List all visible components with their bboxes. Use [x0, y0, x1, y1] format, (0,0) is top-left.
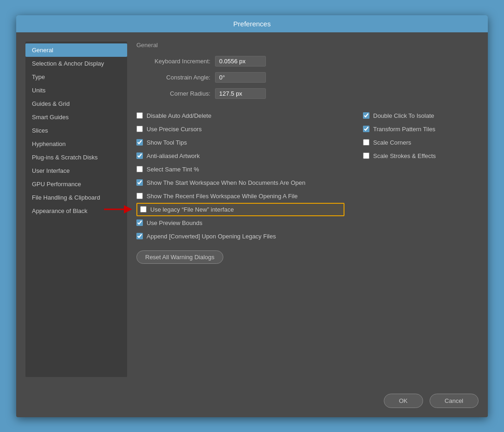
- reset-button-area: Reset All Warning Dialogs: [136, 250, 344, 264]
- red-arrow-icon: [104, 204, 132, 215]
- checkbox-double-click-isolate-input[interactable]: [363, 112, 369, 119]
- checkbox-scale-corners-input[interactable]: [363, 139, 369, 146]
- checkbox-show-tool-tips-input[interactable]: [136, 139, 143, 146]
- cancel-button[interactable]: Cancel: [430, 394, 479, 408]
- checkbox-preview-bounds: Use Preview Bounds: [136, 216, 344, 230]
- checkbox-recent-files-input[interactable]: [136, 193, 143, 199]
- ok-button[interactable]: OK: [384, 394, 423, 408]
- checkbox-disable-auto-add-input[interactable]: [136, 112, 143, 119]
- sidebar-item-units[interactable]: Units: [25, 84, 127, 97]
- checkbox-disable-auto-add: Disable Auto Add/Delete: [136, 109, 344, 122]
- dialog-title: Preferences: [16, 15, 488, 32]
- sidebar-item-user-interface[interactable]: User Interface: [25, 164, 127, 177]
- checkbox-select-same-tint: Select Same Tint %: [136, 163, 344, 176]
- checkbox-append-converted-input[interactable]: [136, 233, 143, 239]
- checkbox-transform-pattern: Transform Pattern Tiles: [363, 122, 479, 136]
- arrow-container: Use legacy “File New” interface: [136, 203, 344, 216]
- checkbox-select-same-tint-input[interactable]: [136, 166, 143, 172]
- checkbox-preview-bounds-input[interactable]: [136, 219, 143, 226]
- checkbox-scale-strokes: Scale Strokes & Effects: [363, 149, 479, 163]
- checkbox-anti-aliased-input[interactable]: [136, 152, 143, 159]
- constrain-angle-input[interactable]: [215, 72, 266, 83]
- checkbox-append-converted: Append [Converted] Upon Opening Legacy F…: [136, 230, 344, 243]
- constrain-angle-label: Constrain Angle:: [136, 74, 210, 81]
- checkbox-recent-files: Show The Recent Files Workspace While Op…: [136, 189, 344, 203]
- checkbox-scale-corners: Scale Corners: [363, 136, 479, 149]
- checkbox-precise-cursors-input[interactable]: [136, 126, 143, 132]
- constrain-angle-group: Constrain Angle:: [136, 72, 479, 83]
- reset-warning-dialogs-button[interactable]: Reset All Warning Dialogs: [136, 250, 223, 264]
- checkbox-start-workspace-input[interactable]: [136, 179, 143, 186]
- keyboard-increment-label: Keyboard Increment:: [136, 58, 210, 65]
- checkbox-legacy-file-new: Use legacy “File New” interface: [136, 203, 344, 216]
- corner-radius-input[interactable]: [215, 88, 266, 99]
- sidebar-item-hyphenation[interactable]: Hyphenation: [25, 137, 127, 151]
- section-title: General: [136, 42, 479, 49]
- corner-radius-group: Corner Radius:: [136, 88, 479, 99]
- checkbox-show-tool-tips: Show Tool Tips: [136, 136, 344, 149]
- checkboxes-right-column: Double Click To Isolate Transform Patter…: [363, 109, 479, 377]
- sidebar-item-gpu[interactable]: GPU Performance: [25, 177, 127, 191]
- preferences-dialog: Preferences General Selection & Anchor D…: [16, 15, 488, 417]
- sidebar-item-file-handling[interactable]: File Handling & Clipboard: [25, 191, 127, 204]
- sidebar-item-plugins[interactable]: Plug-ins & Scratch Disks: [25, 151, 127, 164]
- sidebar-item-general[interactable]: General: [25, 43, 127, 57]
- checkbox-transform-pattern-input[interactable]: [363, 126, 369, 132]
- checkbox-anti-aliased: Anti-aliased Artwork: [136, 149, 344, 163]
- checkboxes-left-column: Disable Auto Add/Delete Use Precise Curs…: [136, 109, 344, 377]
- sidebar-item-selection-anchor[interactable]: Selection & Anchor Display: [25, 57, 127, 70]
- dialog-buttons: OK Cancel: [16, 386, 488, 417]
- checkbox-double-click-isolate: Double Click To Isolate: [363, 109, 479, 122]
- checkbox-scale-strokes-input[interactable]: [363, 152, 369, 159]
- checkbox-legacy-file-new-input[interactable]: [140, 206, 147, 213]
- sidebar-item-smart-guides[interactable]: Smart Guides: [25, 110, 127, 124]
- keyboard-increment-input[interactable]: [215, 56, 266, 67]
- checkbox-start-workspace: Show The Start Workspace When No Documen…: [136, 176, 344, 189]
- checkbox-precise-cursors: Use Precise Cursors: [136, 122, 344, 136]
- sidebar-item-slices[interactable]: Slices: [25, 124, 127, 137]
- sidebar-item-type[interactable]: Type: [25, 70, 127, 84]
- checkboxes-section: Disable Auto Add/Delete Use Precise Curs…: [136, 109, 479, 377]
- main-content: General Keyboard Increment: Constrain An…: [136, 42, 479, 377]
- sidebar-item-guides-grid[interactable]: Guides & Grid: [25, 97, 127, 110]
- corner-radius-label: Corner Radius:: [136, 90, 210, 97]
- keyboard-increment-group: Keyboard Increment:: [136, 56, 479, 67]
